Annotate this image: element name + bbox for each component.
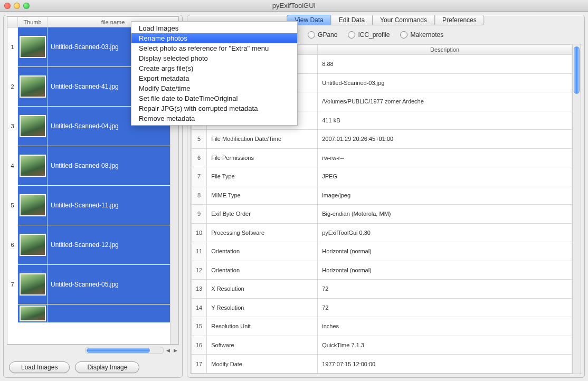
scroll-right-icon[interactable]: ▶ xyxy=(172,347,179,354)
table-row[interactable]: 6File Permissionsrw-rw-r-- xyxy=(192,148,572,167)
titlebar: pyExifToolGUI xyxy=(0,0,588,12)
row-index: 5 xyxy=(7,186,18,225)
row-number: 17 xyxy=(192,355,207,374)
menu-item-rename-photos[interactable]: Rename photos xyxy=(131,33,297,43)
description-cell: 72 xyxy=(318,298,572,317)
parameter-cell: Modify Date xyxy=(207,355,318,374)
filename-cell[interactable]: Untitled-Scanned-12.jpg xyxy=(48,225,170,264)
radio-icc-profile[interactable]: ICC_profile xyxy=(348,31,390,39)
table-row[interactable]: 11OrientationHorizontal (normal) xyxy=(192,242,572,261)
row-index: 3 xyxy=(7,107,18,146)
menu-item-create-args-file-s[interactable]: Create args file(s) xyxy=(131,63,297,73)
menu-item-remove-metadata[interactable]: Remove metadata xyxy=(131,113,297,123)
description-cell: Horizontal (normal) xyxy=(318,242,572,261)
thumbnail-cell[interactable] xyxy=(18,186,48,225)
file-list-horizontal-scrollbar[interactable]: ◀ ▶ xyxy=(7,346,179,355)
table-row[interactable]: 14Y Resolution72 xyxy=(192,298,572,317)
thumbnail-cell[interactable] xyxy=(18,107,48,146)
parameter-cell: File Permissions xyxy=(207,148,318,167)
table-row[interactable]: 13X Resolution72 xyxy=(192,280,572,299)
row-number: 10 xyxy=(192,223,207,242)
parameter-cell: Software xyxy=(207,336,318,355)
menu-item-display-selected-photo[interactable]: Display selected photo xyxy=(131,53,297,63)
parameter-cell: Orientation xyxy=(207,261,318,280)
thumbnail-image xyxy=(20,36,46,58)
load-images-button[interactable]: Load Images xyxy=(9,361,70,373)
description-cell: rw-rw-r-- xyxy=(318,148,572,167)
parameter-cell: Y Resolution xyxy=(207,298,318,317)
menu-item-load-images[interactable]: Load Images xyxy=(131,23,297,33)
radio-label: GPano xyxy=(318,31,337,39)
filename-cell[interactable]: Untitled-Scanned-11.jpg xyxy=(48,186,170,225)
parameter-cell: Processing Software xyxy=(207,223,318,242)
row-number: 7 xyxy=(192,167,207,186)
row-number: 9 xyxy=(192,205,207,224)
parameter-cell: File Type xyxy=(207,167,318,186)
file-row[interactable]: 6Untitled-Scanned-12.jpg xyxy=(7,225,170,265)
radio-makernotes[interactable]: Makernotes xyxy=(400,31,443,39)
file-row[interactable]: 4Untitled-Scanned-08.jpg xyxy=(7,146,170,186)
col-index-header xyxy=(7,17,18,27)
description-cell: 72 xyxy=(318,280,572,299)
scrollbar-thumb[interactable] xyxy=(87,348,150,353)
table-row[interactable]: 9Exif Byte OrderBig-endian (Motorola, MM… xyxy=(192,205,572,224)
row-number: 16 xyxy=(192,336,207,355)
thumbnail-image xyxy=(20,115,46,137)
row-number: 15 xyxy=(192,317,207,336)
main-tabs: View DataEdit DataYour CommandsPreferenc… xyxy=(287,15,484,25)
table-row[interactable]: 5File Modification Date/Time2007:01:29 2… xyxy=(192,130,572,149)
filename-cell[interactable]: Untitled-Scanned-08.jpg xyxy=(48,146,170,185)
file-row[interactable]: 7Untitled-Scanned-05.jpg xyxy=(7,265,170,304)
menu-item-set-file-date-to-datetimeoriginal[interactable]: Set file date to DateTimeOriginal xyxy=(131,93,297,103)
parameter-cell: X Resolution xyxy=(207,280,318,299)
thumbnail-cell[interactable] xyxy=(18,67,48,106)
description-cell: pyExifToolGui 0.30 xyxy=(318,223,572,242)
scrollbar-thumb[interactable] xyxy=(574,46,580,94)
description-cell: inches xyxy=(318,317,572,336)
parameter-cell: File Modification Date/Time xyxy=(207,130,318,149)
parameter-cell: Exif Byte Order xyxy=(207,205,318,224)
row-index: 7 xyxy=(7,265,18,304)
row-number: 11 xyxy=(192,242,207,261)
row-number: 13 xyxy=(192,280,207,299)
menu-item-modify-date-time[interactable]: Modify Date/time xyxy=(131,83,297,93)
description-cell: 2007:01:29 20:26:45+01:00 xyxy=(318,130,572,149)
thumbnail-image xyxy=(20,273,46,296)
radio-gpano[interactable]: GPano xyxy=(308,31,337,39)
menu-item-select-photo-as-reference-for-extra-menu[interactable]: Select photo as reference for "Extra" me… xyxy=(131,43,297,53)
metadata-vertical-scrollbar[interactable] xyxy=(572,44,581,374)
table-row[interactable]: 12OrientationHorizontal (normal) xyxy=(192,261,572,280)
col-description-header[interactable]: Description xyxy=(318,45,572,55)
parameter-cell: Orientation xyxy=(207,242,318,261)
table-row[interactable]: 10Processing SoftwarepyExifToolGui 0.30 xyxy=(192,223,572,242)
description-cell: 8.88 xyxy=(318,55,572,74)
display-image-button[interactable]: Display Image xyxy=(75,361,139,373)
tab-preferences[interactable]: Preferences xyxy=(434,15,485,25)
description-cell: Horizontal (normal) xyxy=(318,261,572,280)
description-cell: Big-endian (Motorola, MM) xyxy=(318,205,572,224)
filename-cell[interactable]: Untitled-Scanned-05.jpg xyxy=(48,265,170,304)
thumbnail-cell[interactable] xyxy=(18,27,48,66)
tab-edit-data[interactable]: Edit Data xyxy=(331,15,373,25)
table-row[interactable]: 8MIME Typeimage/jpeg xyxy=(192,186,572,205)
row-number: 12 xyxy=(192,261,207,280)
col-thumb-header[interactable]: Thumb xyxy=(18,17,48,27)
tab-your-commands[interactable]: Your Commands xyxy=(372,15,435,25)
scroll-left-icon[interactable]: ◀ xyxy=(164,347,172,354)
radio-icon xyxy=(308,31,315,39)
menu-item-repair-jpg-s-with-corrupted-metadata[interactable]: Repair JPG(s) with corrupted metadata xyxy=(131,103,297,113)
file-row[interactable]: 5Untitled-Scanned-11.jpg xyxy=(7,186,170,225)
table-row[interactable]: 7File TypeJPEG xyxy=(192,167,572,186)
table-row[interactable]: 15Resolution Unitinches xyxy=(192,317,572,336)
table-row[interactable]: 16SoftwareQuickTime 7.1.3 xyxy=(192,336,572,355)
menu-item-export-metadata[interactable]: Export metadata xyxy=(131,73,297,83)
thumbnail-cell[interactable] xyxy=(18,225,48,264)
description-cell: /Volumes/PUBLIC/1977 zomer Ardeche xyxy=(318,92,572,111)
radio-icon xyxy=(348,31,355,39)
file-row[interactable] xyxy=(7,304,170,323)
table-row[interactable]: 17Modify Date1977:07:15 12:00:00 xyxy=(192,355,572,374)
row-number: 6 xyxy=(192,148,207,167)
thumbnail-cell[interactable] xyxy=(18,265,48,304)
thumbnail-cell[interactable] xyxy=(18,146,48,185)
description-cell: JPEG xyxy=(318,167,572,186)
